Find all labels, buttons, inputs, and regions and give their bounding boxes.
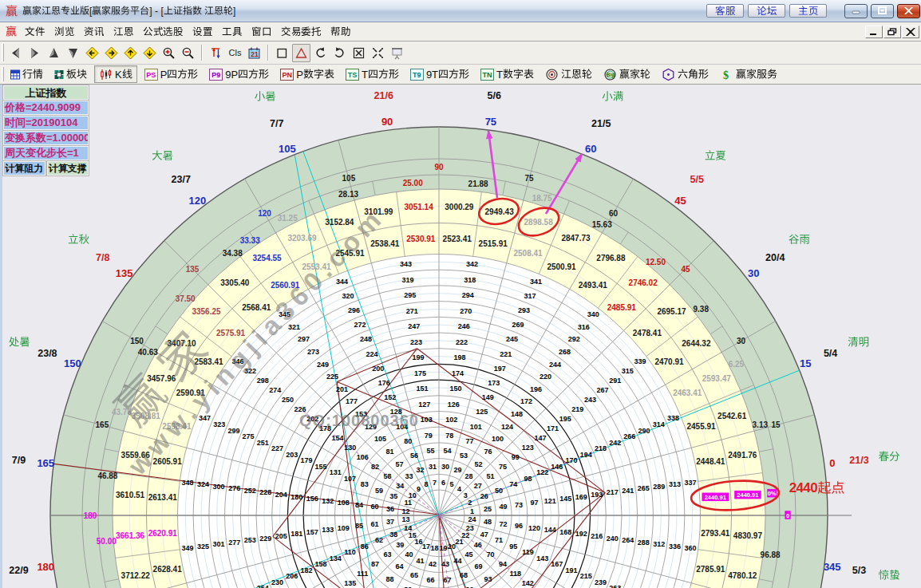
shape-triangle-button[interactable] xyxy=(292,44,310,62)
view-赢家轮[interactable]: Big xyxy=(599,65,654,83)
forum-button[interactable] xyxy=(748,4,785,18)
svg-text:49: 49 xyxy=(500,503,508,511)
cjk-家 xyxy=(746,69,757,79)
menu-6[interactable] xyxy=(188,22,217,41)
mdi-minimize-button[interactable] xyxy=(865,26,883,38)
view-T数字表[interactable]: TNT xyxy=(476,65,538,83)
svg-text:181: 181 xyxy=(291,530,302,538)
menu-3[interactable] xyxy=(79,22,109,41)
cjk-坛 xyxy=(767,6,777,16)
svg-text:43: 43 xyxy=(441,560,449,568)
sort-updown-button[interactable] xyxy=(207,44,225,62)
svg-text:172: 172 xyxy=(520,397,532,405)
homepage-button[interactable] xyxy=(789,4,827,18)
cjk-赢 xyxy=(92,6,101,15)
svg-text:216: 216 xyxy=(591,532,603,540)
view-板块[interactable] xyxy=(50,65,91,83)
svg-text:52: 52 xyxy=(474,460,482,468)
nav-first-button[interactable] xyxy=(6,44,25,62)
shape-square-button[interactable] xyxy=(273,44,291,62)
view-江恩轮[interactable] xyxy=(541,65,596,83)
cjk-表 xyxy=(324,69,334,79)
presentation-button[interactable] xyxy=(388,44,406,62)
cjk-轮 xyxy=(640,69,650,79)
customer-service-button[interactable] xyxy=(706,4,744,18)
close-box-button[interactable] xyxy=(350,44,368,62)
calendar-button[interactable]: 21 xyxy=(245,44,263,62)
mdi-close-button[interactable] xyxy=(902,26,919,38)
minimize-button[interactable] xyxy=(844,4,868,18)
svg-text:29: 29 xyxy=(454,466,462,474)
view-行情[interactable] xyxy=(6,65,47,83)
cjk-上 xyxy=(164,6,173,15)
svg-text:152: 152 xyxy=(384,393,396,401)
menu-5[interactable] xyxy=(138,22,188,41)
title-bar: [] - [ ] xyxy=(0,0,921,22)
close-button[interactable] xyxy=(897,4,920,18)
winner-wheel-icon: Big xyxy=(603,68,617,81)
svg-text:265: 265 xyxy=(638,484,650,492)
svg-text:2455.91: 2455.91 xyxy=(687,422,717,431)
cjk-具 xyxy=(232,26,243,37)
svg-text:37.50: 37.50 xyxy=(176,294,196,303)
menu-9[interactable] xyxy=(276,22,326,41)
view-赢家服务[interactable]: $ xyxy=(716,65,781,83)
fit-screen-button[interactable] xyxy=(369,44,387,62)
svg-text:50: 50 xyxy=(495,487,503,495)
menu-2[interactable] xyxy=(49,22,79,41)
cls-button[interactable]: Cls xyxy=(226,44,244,62)
svg-text:7: 7 xyxy=(433,479,437,487)
gann-wheel-glyph xyxy=(545,68,559,81)
maximize-button[interactable] xyxy=(871,4,894,18)
view-9T四方形[interactable]: T99T xyxy=(406,65,473,83)
svg-text:4830.97: 4830.97 xyxy=(733,531,763,540)
nav-next-button[interactable] xyxy=(26,44,44,62)
cjk-表 xyxy=(524,69,534,79)
svg-text:20/4: 20/4 xyxy=(765,252,785,263)
view-六角形[interactable] xyxy=(658,65,713,83)
view-P数字表[interactable]: PNP xyxy=(276,65,338,83)
menu-8[interactable] xyxy=(247,22,276,41)
svg-text:205: 205 xyxy=(275,532,287,540)
calc-support-button[interactable]: 计算支撑 xyxy=(47,161,89,176)
gann-wheel-svg[interactable]: 1234567891011121314151617181920212223242… xyxy=(0,85,921,588)
nav-up-button[interactable] xyxy=(45,44,63,62)
svg-text:201: 201 xyxy=(336,385,348,393)
svg-text:195: 195 xyxy=(559,415,571,423)
cjk-资 xyxy=(84,26,94,37)
view-T四方形[interactable]: TST xyxy=(342,65,403,83)
rotate-ccw-button[interactable] xyxy=(311,44,330,62)
view-label xyxy=(678,69,709,81)
svg-text:192: 192 xyxy=(575,530,587,538)
menu-7[interactable] xyxy=(217,22,247,41)
sort-updown-icon xyxy=(209,46,223,60)
mdi-restore-button[interactable] xyxy=(883,26,901,38)
menu-4[interactable] xyxy=(109,22,138,41)
zoom-in-button[interactable] xyxy=(160,44,178,62)
presentation-icon xyxy=(390,46,404,60)
svg-text:46: 46 xyxy=(474,541,482,549)
cjk-设 xyxy=(192,26,203,37)
view-P四方形[interactable]: PSP xyxy=(140,65,203,83)
menu-10[interactable] xyxy=(326,22,355,41)
menu-1[interactable] xyxy=(20,22,49,41)
svg-text:180: 180 xyxy=(291,493,302,501)
svg-text:12: 12 xyxy=(402,507,410,515)
cjk-委 xyxy=(301,26,311,37)
diamond-down-button[interactable] xyxy=(140,44,159,62)
svg-text:298: 298 xyxy=(257,377,269,385)
zoom-out-button[interactable] xyxy=(179,44,197,62)
view-K线[interactable]: K xyxy=(94,65,137,83)
svg-text:316: 316 xyxy=(578,323,590,331)
svg-text:277: 277 xyxy=(228,539,240,547)
diamond-right-button[interactable] xyxy=(102,44,121,62)
diamond-up-button[interactable] xyxy=(121,44,140,62)
rotate-cw-button[interactable] xyxy=(330,44,349,62)
nav-down-button[interactable] xyxy=(64,44,82,62)
calc-resistance-button[interactable]: 计算阻力 xyxy=(3,161,45,176)
svg-text:105: 105 xyxy=(342,174,356,183)
diamond-left-button[interactable] xyxy=(83,44,101,62)
view-9P四方形[interactable]: P99P xyxy=(205,65,273,83)
svg-text:66: 66 xyxy=(426,576,434,584)
diamond-down-icon xyxy=(143,46,156,60)
